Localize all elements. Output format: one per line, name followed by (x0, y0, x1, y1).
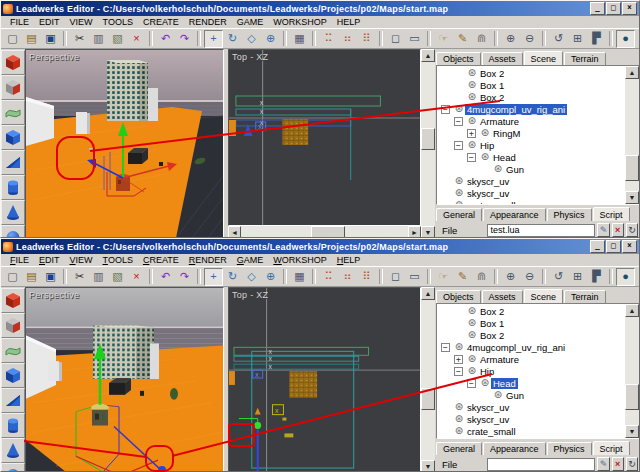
perspective-viewport[interactable]: Perspective (25, 49, 224, 238)
tree-item-label[interactable]: Hip (478, 366, 496, 377)
redo-icon[interactable]: ↷ (175, 30, 194, 48)
pen-tool-icon[interactable]: ✎ (453, 268, 472, 286)
tree-item-label[interactable]: Box 2 (478, 92, 506, 103)
translate-tool-icon[interactable]: + (204, 30, 223, 48)
scroll-right-arrow[interactable]: ► (408, 226, 421, 238)
brush-sphere-button[interactable] (1, 463, 25, 472)
tree-item[interactable]: −⊛Hip (437, 365, 625, 377)
brush-cone-button[interactable] (1, 438, 25, 463)
tree-item-label[interactable]: 4mugcompl_uv_rig_ani (465, 104, 567, 115)
entity-cube-gray-button[interactable] (1, 313, 25, 338)
scroll-down-arrow[interactable]: ▼ (625, 425, 639, 438)
menu-game[interactable]: GAME (232, 255, 269, 265)
edit-script-button[interactable]: ✎ (597, 457, 609, 471)
tree-item-label[interactable]: Armature (478, 116, 521, 127)
tree-item[interactable]: ⊛skyscr_uv (437, 187, 625, 199)
tab-scene[interactable]: Scene (524, 51, 564, 65)
vertical-scrollbar[interactable]: ▲ ▼ (421, 287, 435, 472)
script-file-input[interactable] (487, 458, 595, 471)
csg-tool-icon[interactable]: ▦ (290, 268, 309, 286)
maximize-button[interactable]: □ (606, 2, 621, 15)
clear-script-button[interactable]: × (612, 223, 624, 237)
close-button[interactable]: × (622, 2, 637, 15)
translate-tool-icon[interactable]: + (204, 268, 223, 286)
tree-item-label[interactable]: Box 2 (478, 68, 506, 79)
tree-item[interactable]: ⊛Gun (437, 389, 625, 401)
tab-appearance[interactable]: Appearance (483, 442, 546, 455)
brush-cylinder-button[interactable] (1, 175, 25, 200)
new-file-icon[interactable]: ▢ (3, 268, 22, 286)
tree-item[interactable]: ⊛Box 2 (437, 305, 625, 317)
selection-mode-3-icon[interactable]: ⠿ (357, 30, 376, 48)
tree-expander-minus-icon[interactable]: − (454, 141, 463, 150)
perspective-viewport[interactable]: Perspective (25, 287, 224, 472)
tree-item-label[interactable]: Box 1 (478, 80, 506, 91)
tab-physics[interactable]: Physics (547, 442, 592, 455)
tree-item[interactable]: −⊛4mugcompl_uv_rig_ani (437, 341, 625, 353)
tab-assets[interactable]: Assets (482, 290, 523, 303)
tree-item[interactable]: ⊛barrel (437, 437, 625, 438)
brush-wedge-button[interactable] (1, 150, 25, 175)
title-bar[interactable]: Leadwerks Editor - C:/Users/volkerholsch… (1, 239, 639, 254)
tree-item[interactable]: ⊛crate_small (437, 425, 625, 437)
tree-item-label[interactable]: barrel (465, 438, 493, 439)
menu-create[interactable]: CREATE (138, 255, 184, 265)
tab-appearance[interactable]: Appearance (483, 208, 546, 221)
selection-mode-1-icon[interactable]: ⠭ (319, 30, 338, 48)
zoom-in-icon[interactable]: ⊕ (501, 30, 520, 48)
tree-item-label[interactable]: skyscr_uv (465, 414, 511, 425)
entity-cube-gray-button[interactable] (1, 75, 25, 100)
new-file-icon[interactable]: ▢ (3, 30, 22, 48)
tree-item[interactable]: −⊛Armature (437, 115, 625, 127)
paste-icon[interactable]: ▧ (108, 30, 127, 48)
menu-workshop[interactable]: WORKSHOP (268, 255, 332, 265)
shade-top-icon[interactable]: ◓ (635, 268, 639, 286)
menu-tools[interactable]: TOOLS (98, 17, 138, 27)
scale-tool-icon[interactable]: ◇ (242, 30, 261, 48)
tree-expander-minus-icon[interactable]: − (441, 343, 450, 352)
tree-item[interactable]: ⊛Box 2 (437, 91, 625, 103)
scrollbar-thumb[interactable] (311, 226, 345, 238)
tab-objects[interactable]: Objects (436, 290, 481, 303)
tree-expander-plus-icon[interactable]: + (467, 129, 476, 138)
brush-cylinder-button[interactable] (1, 413, 25, 438)
selection-mode-2-icon[interactable]: ⠶ (338, 30, 357, 48)
tree-scrollbar[interactable]: ▲ ▼ (625, 304, 639, 438)
tree-item-label[interactable]: skyscr_uv (465, 402, 511, 413)
menu-edit[interactable]: EDIT (34, 17, 65, 27)
horizontal-scrollbar[interactable]: ◄ ► (228, 226, 421, 238)
anchor-tool-icon[interactable]: ◻ (386, 268, 405, 286)
tab-scene[interactable]: Scene (524, 289, 564, 303)
delete-icon[interactable]: × (127, 268, 146, 286)
tree-item-label[interactable]: skyscr_uv (465, 176, 511, 187)
undo-icon[interactable]: ↶ (156, 268, 175, 286)
copy-icon[interactable]: ▥ (89, 30, 108, 48)
rotate-tool-icon[interactable]: ↻ (223, 268, 242, 286)
pan-tool-icon[interactable]: ☞ (434, 30, 453, 48)
tree-item[interactable]: −⊛Head (437, 151, 625, 163)
tree-expander-minus-icon[interactable]: − (441, 105, 450, 114)
tree-expander-minus-icon[interactable]: − (454, 367, 463, 376)
scrollbar-thumb[interactable] (625, 155, 639, 181)
tree-expander-minus-icon[interactable]: − (467, 153, 476, 162)
pivot-tool-icon[interactable]: ⊕ (261, 268, 280, 286)
entity-cube-red-button[interactable] (1, 288, 25, 313)
selection-mode-2-icon[interactable]: ⠶ (338, 268, 357, 286)
menu-game[interactable]: GAME (232, 17, 269, 27)
menu-render[interactable]: RENDER (184, 17, 232, 27)
tree-item-label[interactable]: crate_small (465, 426, 518, 437)
redo-icon[interactable]: ↷ (175, 268, 194, 286)
top-xz-viewport[interactable]: x x x x x Top - XZ (228, 287, 421, 472)
brush-cube-button[interactable] (1, 363, 25, 388)
scrollbar-thumb[interactable] (421, 128, 435, 150)
undo-icon[interactable]: ↶ (156, 30, 175, 48)
vertical-scrollbar[interactable]: ▲ ▼ (421, 49, 435, 238)
scrollbar-thumb[interactable] (421, 388, 435, 410)
tab-general[interactable]: General (436, 208, 482, 221)
cut-icon[interactable]: ✂ (70, 30, 89, 48)
shade-solid-icon[interactable]: ● (616, 268, 635, 286)
menu-help[interactable]: HELP (332, 17, 366, 27)
menu-edit[interactable]: EDIT (34, 255, 65, 265)
tree-item-label[interactable]: Head (491, 378, 518, 389)
tree-item[interactable]: +⊛RingM (437, 127, 625, 139)
